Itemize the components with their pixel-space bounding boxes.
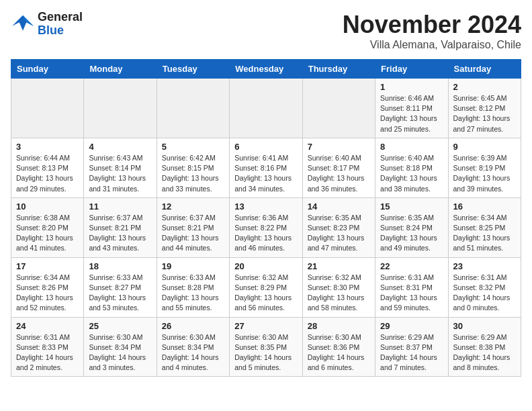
calendar-cell: 14Sunrise: 6:35 AM Sunset: 8:23 PM Dayli… xyxy=(302,197,375,257)
calendar-table: Sunday Monday Tuesday Wednesday Thursday… xyxy=(11,59,521,377)
page-header: General Blue November 2024 Villa Alemana… xyxy=(11,11,521,51)
calendar-cell xyxy=(302,79,375,138)
calendar-cell: 10Sunrise: 6:38 AM Sunset: 8:20 PM Dayli… xyxy=(11,197,84,257)
day-info: Sunrise: 6:34 AM Sunset: 8:25 PM Dayligh… xyxy=(453,213,516,254)
day-info: Sunrise: 6:32 AM Sunset: 8:29 PM Dayligh… xyxy=(234,273,297,314)
calendar-cell: 11Sunrise: 6:37 AM Sunset: 8:21 PM Dayli… xyxy=(84,197,157,257)
weekday-wednesday: Wednesday xyxy=(230,60,302,79)
calendar-cell: 27Sunrise: 6:30 AM Sunset: 8:35 PM Dayli… xyxy=(230,317,302,377)
calendar-cell: 8Sunrise: 6:40 AM Sunset: 8:18 PM Daylig… xyxy=(375,138,448,197)
calendar-cell: 26Sunrise: 6:30 AM Sunset: 8:34 PM Dayli… xyxy=(157,317,229,377)
day-info: Sunrise: 6:37 AM Sunset: 8:21 PM Dayligh… xyxy=(89,213,151,254)
day-number: 17 xyxy=(16,261,79,271)
day-number: 21 xyxy=(308,261,370,271)
logo-general-text: General xyxy=(38,11,83,24)
day-info: Sunrise: 6:43 AM Sunset: 8:14 PM Dayligh… xyxy=(89,153,151,194)
calendar-cell: 24Sunrise: 6:31 AM Sunset: 8:33 PM Dayli… xyxy=(11,317,84,377)
calendar-cell: 25Sunrise: 6:30 AM Sunset: 8:34 PM Dayli… xyxy=(84,317,157,377)
logo: General Blue xyxy=(11,11,83,38)
day-number: 5 xyxy=(162,142,224,152)
day-number: 26 xyxy=(162,321,224,331)
day-number: 10 xyxy=(16,201,79,212)
day-number: 28 xyxy=(308,321,370,331)
day-info: Sunrise: 6:30 AM Sunset: 8:35 PM Dayligh… xyxy=(234,332,297,373)
day-number: 14 xyxy=(308,201,370,212)
day-number: 1 xyxy=(380,82,443,92)
day-number: 22 xyxy=(380,261,443,271)
day-number: 13 xyxy=(234,201,297,212)
day-info: Sunrise: 6:34 AM Sunset: 8:26 PM Dayligh… xyxy=(16,273,79,314)
calendar-cell: 22Sunrise: 6:31 AM Sunset: 8:31 PM Dayli… xyxy=(375,257,448,317)
day-info: Sunrise: 6:40 AM Sunset: 8:17 PM Dayligh… xyxy=(308,153,370,194)
day-info: Sunrise: 6:36 AM Sunset: 8:22 PM Dayligh… xyxy=(234,213,297,254)
calendar-cell: 21Sunrise: 6:32 AM Sunset: 8:30 PM Dayli… xyxy=(302,257,375,317)
day-number: 12 xyxy=(162,201,224,212)
day-info: Sunrise: 6:29 AM Sunset: 8:37 PM Dayligh… xyxy=(380,332,443,373)
calendar-cell xyxy=(230,79,302,138)
day-number: 3 xyxy=(16,142,79,152)
weekday-sunday: Sunday xyxy=(11,60,84,79)
day-info: Sunrise: 6:42 AM Sunset: 8:15 PM Dayligh… xyxy=(162,153,224,194)
day-info: Sunrise: 6:29 AM Sunset: 8:38 PM Dayligh… xyxy=(453,332,516,373)
calendar-cell: 13Sunrise: 6:36 AM Sunset: 8:22 PM Dayli… xyxy=(230,197,302,257)
calendar-week-4: 17Sunrise: 6:34 AM Sunset: 8:26 PM Dayli… xyxy=(11,257,521,317)
day-number: 9 xyxy=(453,142,516,152)
logo-icon xyxy=(11,14,35,34)
calendar-cell xyxy=(84,79,157,138)
day-number: 29 xyxy=(380,321,443,331)
calendar-week-3: 10Sunrise: 6:38 AM Sunset: 8:20 PM Dayli… xyxy=(11,197,521,257)
calendar-cell: 5Sunrise: 6:42 AM Sunset: 8:15 PM Daylig… xyxy=(157,138,229,197)
calendar-cell: 15Sunrise: 6:35 AM Sunset: 8:24 PM Dayli… xyxy=(375,197,448,257)
calendar-cell: 3Sunrise: 6:44 AM Sunset: 8:13 PM Daylig… xyxy=(11,138,84,197)
calendar-cell: 28Sunrise: 6:30 AM Sunset: 8:36 PM Dayli… xyxy=(302,317,375,377)
title-area: November 2024 Villa Alemana, Valparaiso,… xyxy=(343,11,521,51)
day-number: 30 xyxy=(453,321,516,331)
day-info: Sunrise: 6:33 AM Sunset: 8:27 PM Dayligh… xyxy=(89,273,151,314)
calendar-cell: 20Sunrise: 6:32 AM Sunset: 8:29 PM Dayli… xyxy=(230,257,302,317)
weekday-thursday: Thursday xyxy=(302,60,375,79)
day-info: Sunrise: 6:37 AM Sunset: 8:21 PM Dayligh… xyxy=(162,213,224,254)
day-info: Sunrise: 6:44 AM Sunset: 8:13 PM Dayligh… xyxy=(16,153,79,194)
calendar-cell: 17Sunrise: 6:34 AM Sunset: 8:26 PM Dayli… xyxy=(11,257,84,317)
calendar-cell: 1Sunrise: 6:46 AM Sunset: 8:11 PM Daylig… xyxy=(375,79,448,138)
calendar-cell: 23Sunrise: 6:31 AM Sunset: 8:32 PM Dayli… xyxy=(448,257,521,317)
calendar-week-2: 3Sunrise: 6:44 AM Sunset: 8:13 PM Daylig… xyxy=(11,138,521,197)
day-number: 8 xyxy=(380,142,443,152)
day-number: 4 xyxy=(89,142,151,152)
day-number: 24 xyxy=(16,321,79,331)
day-info: Sunrise: 6:35 AM Sunset: 8:23 PM Dayligh… xyxy=(308,213,370,254)
calendar-cell: 12Sunrise: 6:37 AM Sunset: 8:21 PM Dayli… xyxy=(157,197,229,257)
day-info: Sunrise: 6:39 AM Sunset: 8:19 PM Dayligh… xyxy=(453,153,516,194)
day-number: 27 xyxy=(234,321,297,331)
day-info: Sunrise: 6:33 AM Sunset: 8:28 PM Dayligh… xyxy=(162,273,224,314)
day-info: Sunrise: 6:38 AM Sunset: 8:20 PM Dayligh… xyxy=(16,213,79,254)
day-number: 25 xyxy=(89,321,151,331)
day-info: Sunrise: 6:30 AM Sunset: 8:34 PM Dayligh… xyxy=(89,332,151,373)
calendar-week-1: 1Sunrise: 6:46 AM Sunset: 8:11 PM Daylig… xyxy=(11,79,521,138)
calendar-cell: 30Sunrise: 6:29 AM Sunset: 8:38 PM Dayli… xyxy=(448,317,521,377)
day-info: Sunrise: 6:40 AM Sunset: 8:18 PM Dayligh… xyxy=(380,153,443,194)
calendar-cell: 4Sunrise: 6:43 AM Sunset: 8:14 PM Daylig… xyxy=(84,138,157,197)
weekday-monday: Monday xyxy=(84,60,157,79)
calendar-cell xyxy=(11,79,84,138)
day-number: 2 xyxy=(453,82,516,92)
month-title: November 2024 xyxy=(343,11,521,39)
day-info: Sunrise: 6:32 AM Sunset: 8:30 PM Dayligh… xyxy=(308,273,370,314)
calendar-cell: 6Sunrise: 6:41 AM Sunset: 8:16 PM Daylig… xyxy=(230,138,302,197)
day-info: Sunrise: 6:31 AM Sunset: 8:33 PM Dayligh… xyxy=(16,332,79,373)
calendar-cell: 7Sunrise: 6:40 AM Sunset: 8:17 PM Daylig… xyxy=(302,138,375,197)
day-number: 6 xyxy=(234,142,297,152)
day-info: Sunrise: 6:31 AM Sunset: 8:31 PM Dayligh… xyxy=(380,273,443,314)
day-number: 16 xyxy=(453,201,516,212)
calendar-cell: 2Sunrise: 6:45 AM Sunset: 8:12 PM Daylig… xyxy=(448,79,521,138)
weekday-friday: Friday xyxy=(375,60,448,79)
day-number: 23 xyxy=(453,261,516,271)
calendar-cell: 19Sunrise: 6:33 AM Sunset: 8:28 PM Dayli… xyxy=(157,257,229,317)
day-number: 18 xyxy=(89,261,151,271)
calendar-cell xyxy=(157,79,229,138)
location-title: Villa Alemana, Valparaiso, Chile xyxy=(343,39,521,51)
calendar-cell: 9Sunrise: 6:39 AM Sunset: 8:19 PM Daylig… xyxy=(448,138,521,197)
day-number: 20 xyxy=(234,261,297,271)
calendar-cell: 16Sunrise: 6:34 AM Sunset: 8:25 PM Dayli… xyxy=(448,197,521,257)
calendar-week-5: 24Sunrise: 6:31 AM Sunset: 8:33 PM Dayli… xyxy=(11,317,521,377)
